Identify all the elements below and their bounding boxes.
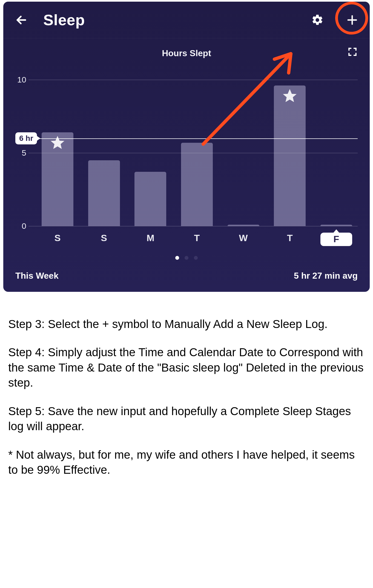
bar: [134, 172, 166, 226]
topbar: Sleep: [3, 2, 370, 38]
avg-callout: 6 hr: [15, 132, 37, 144]
svg-marker-4: [283, 89, 297, 102]
gridline: [28, 226, 358, 226]
bar: [42, 132, 73, 226]
back-icon[interactable]: [15, 14, 27, 26]
instructions-text: Step 3: Select the + symbol to Manually …: [0, 292, 373, 489]
svg-marker-3: [51, 136, 64, 149]
fullscreen-icon[interactable]: [348, 47, 357, 56]
pager-dot[interactable]: [194, 256, 198, 260]
gridline: [28, 153, 358, 153]
footer-left: This Week: [15, 271, 59, 281]
plus-icon[interactable]: [347, 15, 358, 25]
sleep-card: Sleep Hours Slept 05106 hr SSMTWTF This …: [3, 2, 370, 292]
y-tick-label: 10: [13, 75, 26, 84]
pager-dot[interactable]: [175, 256, 179, 260]
avg-line: [15, 138, 358, 139]
pager-dots[interactable]: [15, 246, 358, 267]
gear-icon[interactable]: [311, 14, 324, 26]
chart-plot[interactable]: 05106 hr: [15, 80, 358, 226]
star-icon: [282, 88, 298, 104]
x-tick[interactable]: F: [320, 233, 352, 246]
step-4: Step 4: Simply adjust the Time and Calen…: [8, 345, 365, 390]
pager-dot[interactable]: [185, 256, 188, 260]
bar: [181, 143, 213, 226]
footer-right: 5 hr 27 min avg: [294, 271, 358, 281]
y-tick-label: 5: [13, 148, 26, 158]
x-tick[interactable]: T: [181, 233, 213, 246]
star-icon: [49, 135, 66, 151]
x-tick[interactable]: T: [274, 233, 306, 246]
chart-area: Hours Slept 05106 hr SSMTWTF: [3, 38, 370, 267]
note: * Not always, but for me, my wife and ot…: [8, 447, 365, 478]
page-title: Sleep: [43, 11, 298, 29]
chart-xaxis: SSMTWTF: [15, 233, 358, 246]
x-tick[interactable]: S: [88, 233, 120, 246]
x-tick[interactable]: S: [42, 233, 73, 246]
bar: [274, 85, 306, 226]
step-3: Step 3: Select the + symbol to Manually …: [8, 316, 365, 332]
chart-title: Hours Slept: [15, 48, 358, 58]
bar: [88, 160, 120, 226]
step-5: Step 5: Save the new input and hopefully…: [8, 404, 365, 434]
card-footer: This Week 5 hr 27 min avg: [3, 267, 370, 292]
x-tick[interactable]: W: [228, 233, 259, 246]
gridline: [28, 80, 358, 80]
x-tick[interactable]: M: [134, 233, 166, 246]
y-tick-label: 0: [13, 221, 26, 231]
